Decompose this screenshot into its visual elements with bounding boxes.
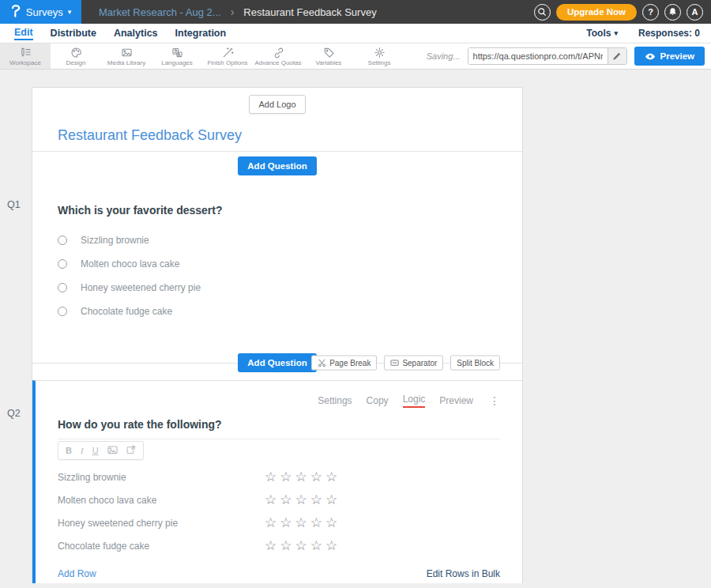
star-icon[interactable]: ☆ <box>310 493 322 507</box>
radio-icon[interactable] <box>58 307 67 316</box>
radio-icon[interactable] <box>58 236 67 245</box>
survey-editor-canvas: Q1 Q2 Add Logo Restaurant Feedback Surve… <box>0 70 711 588</box>
rating-row: Honey sweetened cherry pie ☆☆☆☆☆ <box>58 511 500 534</box>
surveys-menu[interactable]: Surveys ▾ <box>0 0 81 24</box>
star-icon[interactable]: ☆ <box>265 516 276 530</box>
workspace-icon <box>20 47 32 58</box>
add-logo-button[interactable]: Add Logo <box>249 95 305 114</box>
star-rating[interactable]: ☆☆☆☆☆ <box>265 516 337 530</box>
underline-button[interactable]: U <box>92 446 99 455</box>
star-icon[interactable]: ☆ <box>310 539 322 552</box>
star-icon[interactable]: ☆ <box>280 516 292 530</box>
question-block-q1[interactable]: Which is your favorite dessert? Sizzling… <box>32 204 522 325</box>
edit-rows-in-bulk-link[interactable]: Edit Rows in Bulk <box>427 568 500 579</box>
tab-distribute[interactable]: Distribute <box>42 24 105 43</box>
star-icon[interactable]: ☆ <box>265 539 276 552</box>
answer-option[interactable]: Sizzling brownie <box>58 235 497 246</box>
rating-row: Sizzling brownie ☆☆☆☆☆ <box>58 466 500 488</box>
responses-count[interactable]: Responses: 0 <box>638 28 700 39</box>
q2-preview-link[interactable]: Preview <box>439 395 473 406</box>
star-icon[interactable]: ☆ <box>325 470 337 484</box>
radio-icon[interactable] <box>58 283 67 292</box>
add-row-link[interactable]: Add Row <box>58 568 96 579</box>
star-icon[interactable]: ☆ <box>265 493 276 507</box>
star-icon[interactable]: ☆ <box>310 516 322 530</box>
breadcrumb-folder[interactable]: Market Research - Aug 2... <box>99 6 221 18</box>
star-icon[interactable]: ☆ <box>265 470 276 484</box>
split-block-button[interactable]: Split Block <box>450 356 500 371</box>
q1-question-text[interactable]: Which is your favorite dessert? <box>58 204 497 217</box>
questionpro-logo <box>10 5 21 20</box>
avatar: A <box>692 7 698 17</box>
header-actions: Upgrade Now ? A <box>534 4 711 21</box>
gear-icon <box>374 47 386 58</box>
star-icon[interactable]: ☆ <box>295 493 307 507</box>
tab-analytics[interactable]: Analytics <box>105 24 167 43</box>
survey-url-input[interactable] <box>468 48 608 64</box>
saving-status: Saving... <box>427 51 461 61</box>
preview-button[interactable]: Preview <box>634 47 705 66</box>
upgrade-button[interactable]: Upgrade Now <box>556 4 637 21</box>
answer-option[interactable]: Molten choco lava cake <box>58 258 497 270</box>
toolbar-item-design[interactable]: Design <box>51 43 101 69</box>
star-rating[interactable]: ☆☆☆☆☆ <box>265 493 337 507</box>
tab-integration[interactable]: Integration <box>167 24 235 43</box>
q2-question-text[interactable]: How do you rate the following? <box>58 418 500 439</box>
question-block-q2[interactable]: Settings Copy Logic Preview ⋮ How do you… <box>32 380 522 583</box>
star-icon[interactable]: ☆ <box>280 470 292 484</box>
tab-edit[interactable]: Edit <box>6 24 42 43</box>
star-icon[interactable]: ☆ <box>325 493 337 507</box>
add-question-button-bottom[interactable]: Add Question <box>238 353 316 372</box>
more-options-icon[interactable]: ⋮ <box>489 394 500 407</box>
survey-title[interactable]: Restaurant Feedback Survey <box>58 127 497 151</box>
italic-button[interactable]: I <box>81 446 84 455</box>
star-rating[interactable]: ☆☆☆☆☆ <box>265 539 337 552</box>
bold-button[interactable]: B <box>66 446 72 455</box>
page-break-button[interactable]: Page Break <box>311 356 377 371</box>
chain-link-icon <box>273 47 284 58</box>
star-icon[interactable]: ☆ <box>295 539 307 552</box>
separator-button[interactable]: Separator <box>384 356 443 371</box>
top-header: Surveys ▾ Market Research - Aug 2... › R… <box>0 0 711 24</box>
star-icon[interactable]: ☆ <box>280 493 292 507</box>
help-button[interactable]: ? <box>642 4 659 21</box>
star-icon[interactable]: ☆ <box>280 539 292 552</box>
toolbar-item-finish-options[interactable]: Finish Options <box>202 43 253 69</box>
radio-icon[interactable] <box>58 259 67 269</box>
q2-settings-link[interactable]: Settings <box>318 395 352 406</box>
search-icon <box>537 7 547 17</box>
question-number-q2: Q2 <box>7 408 21 419</box>
search-button[interactable] <box>534 4 551 21</box>
toolbar-item-workspace[interactable]: Workspace <box>0 43 51 69</box>
toolbar-item-settings[interactable]: Settings <box>354 43 404 69</box>
breadcrumb-survey-name: Restaurant Feedback Survey <box>243 6 376 18</box>
image-icon <box>107 446 118 454</box>
insert-image-button[interactable] <box>107 446 118 456</box>
toolbar-item-variables[interactable]: Variables <box>303 43 354 69</box>
star-icon[interactable]: ☆ <box>325 516 337 530</box>
q2-logic-link[interactable]: Logic <box>403 394 426 408</box>
tag-icon <box>323 47 335 58</box>
toolbar-item-advance-quotas[interactable]: Advance Quotas <box>253 43 303 69</box>
star-icon[interactable]: ☆ <box>325 539 337 552</box>
toolbar-item-languages[interactable]: Languages <box>152 43 202 69</box>
insert-link-button[interactable] <box>126 445 136 456</box>
answer-option[interactable]: Chocolate fudge cake <box>58 306 497 317</box>
q2-copy-link[interactable]: Copy <box>367 395 389 406</box>
toolbar-item-media-library[interactable]: Media Library <box>101 43 152 69</box>
star-rating[interactable]: ☆☆☆☆☆ <box>265 470 337 484</box>
answer-option[interactable]: Honey sweetened cherry pie <box>58 282 497 293</box>
star-icon[interactable]: ☆ <box>310 470 322 484</box>
star-icon[interactable]: ☆ <box>295 470 307 484</box>
question-mark-icon: ? <box>648 7 653 17</box>
rating-rows: Sizzling brownie ☆☆☆☆☆ Molten choco lava… <box>58 466 500 557</box>
bell-icon <box>668 7 677 17</box>
notifications-button[interactable] <box>664 4 681 21</box>
edit-url-button[interactable] <box>608 48 626 64</box>
tools-menu[interactable]: Tools ▾ <box>586 28 618 39</box>
pencil-icon <box>612 51 622 61</box>
add-question-button-top[interactable]: Add Question <box>238 156 316 175</box>
avatar-button[interactable]: A <box>687 4 703 21</box>
question-number-q1: Q1 <box>7 199 21 210</box>
star-icon[interactable]: ☆ <box>295 516 307 530</box>
